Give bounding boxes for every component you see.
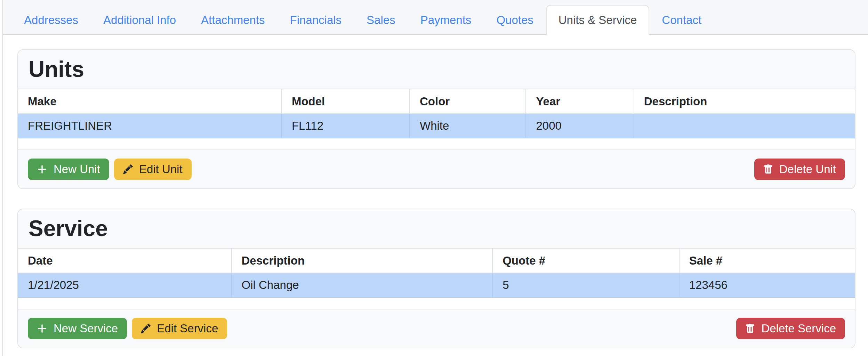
cell-year: 2000 [526,114,634,138]
plus-icon [37,164,47,175]
cell-date: 1/21/2025 [18,273,232,297]
units-table: Make Model Color Year Description FREIGH… [18,89,855,138]
service-card: Service Date Description Quote # Sale # [17,209,855,348]
new-unit-label: New Unit [54,163,100,176]
units-table-header-row: Make Model Color Year Description [18,89,855,114]
tab-contact[interactable]: Contact [649,5,714,35]
column-header-model: Model [282,89,410,114]
service-table: Date Description Quote # Sale # 1/21/202… [18,249,855,298]
column-header-color: Color [410,89,526,114]
pencil-icon [123,164,133,174]
edit-unit-label: Edit Unit [139,163,183,176]
new-service-button[interactable]: New Service [28,318,127,339]
edit-service-label: Edit Service [157,322,218,335]
new-unit-button[interactable]: New Unit [28,159,109,180]
delete-service-label: Delete Service [761,322,836,335]
tab-quotes[interactable]: Quotes [484,5,546,35]
service-table-row[interactable]: 1/21/2025 Oil Change 5 123456 [18,273,855,297]
column-header-date: Date [18,249,232,273]
delete-service-button[interactable]: Delete Service [736,318,845,339]
delete-unit-button[interactable]: Delete Unit [754,159,845,180]
column-header-make: Make [18,89,282,114]
service-card-footer: New Service Edit Service Delete Service [18,309,855,348]
new-service-label: New Service [54,322,118,335]
edit-unit-button[interactable]: Edit Unit [114,159,192,180]
edit-service-button[interactable]: Edit Service [132,318,227,339]
cell-model: FL112 [282,114,410,138]
tab-additional-info[interactable]: Additional Info [91,5,188,35]
plus-icon [37,323,47,334]
tab-attachments[interactable]: Attachments [188,5,277,35]
tab-sales[interactable]: Sales [354,5,408,35]
units-table-row[interactable]: FREIGHTLINER FL112 White 2000 [18,114,855,138]
service-card-title: Service [29,217,844,240]
delete-unit-label: Delete Unit [779,163,836,176]
pencil-icon [141,324,151,333]
service-card-header: Service [18,209,855,249]
column-header-description: Description [232,249,493,273]
units-card-footer: New Unit Edit Unit Delete Unit [18,149,855,188]
tab-bar: Addresses Additional Info Attachments Fi… [3,0,868,35]
service-table-header-row: Date Description Quote # Sale # [18,249,855,273]
units-card-header: Units [18,50,855,89]
tab-payments[interactable]: Payments [408,5,484,35]
page-body: Units Make Model Color Year Description [3,35,868,348]
window-left-edge [2,0,3,356]
units-card: Units Make Model Color Year Description [17,49,855,189]
units-card-title: Units [29,58,844,81]
column-header-description: Description [634,89,855,114]
cell-description: Oil Change [232,273,493,297]
column-header-year: Year [526,89,634,114]
trash-icon [745,324,755,333]
column-header-sale-number: Sale # [679,249,855,273]
trash-icon [763,164,773,174]
cell-sale-number: 123456 [679,273,855,297]
app-window: Addresses Additional Info Attachments Fi… [3,0,868,348]
tab-addresses[interactable]: Addresses [11,5,91,35]
tab-financials[interactable]: Financials [278,5,354,35]
cell-quote-number: 5 [492,273,679,297]
column-header-quote-number: Quote # [492,249,679,273]
cell-color: White [410,114,526,138]
tab-units-service[interactable]: Units & Service [546,5,650,35]
cell-make: FREIGHTLINER [18,114,282,138]
cell-description [634,114,855,138]
